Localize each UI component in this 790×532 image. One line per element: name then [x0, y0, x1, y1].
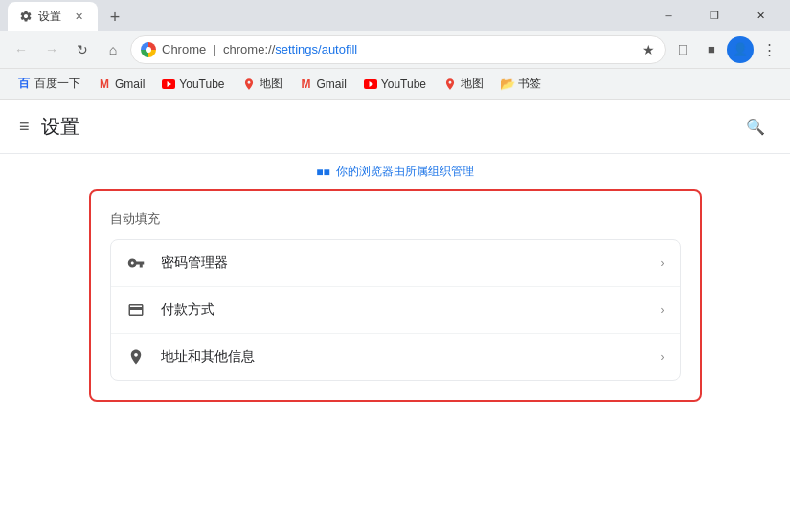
gmail-icon-2: M — [300, 78, 313, 91]
address-path: settings/autofill — [275, 42, 357, 56]
password-manager-arrow: › — [661, 256, 665, 270]
cast-button[interactable]: ⎕ — [669, 36, 696, 63]
address-scheme: Chrome | chrome:// — [162, 42, 275, 56]
payment-arrow: › — [661, 303, 665, 317]
extensions-button[interactable]: ■ — [698, 36, 725, 63]
home-button[interactable]: ⌂ — [100, 36, 126, 63]
settings-body: ■■ 你的浏览器由所属组织管理 自动填充 密码管理器 › — [0, 154, 790, 411]
back-button[interactable]: ← — [8, 36, 34, 63]
refresh-button[interactable]: ↻ — [69, 36, 96, 63]
youtube-icon-2 — [364, 78, 377, 91]
address-item[interactable]: 地址和其他信息 › — [111, 334, 680, 380]
settings-list: 密码管理器 › 付款方式 › — [110, 239, 681, 381]
pin-icon — [126, 347, 146, 366]
settings-favicon-icon — [19, 10, 33, 23]
baidu-icon: 百 — [17, 78, 31, 91]
maps-icon-1 — [242, 78, 256, 91]
chrome-icon — [141, 42, 156, 57]
window-controls — [646, 0, 782, 31]
password-manager-label: 密码管理器 — [161, 255, 645, 272]
key-icon — [126, 254, 146, 273]
bookmark-star-icon[interactable]: ★ — [643, 42, 655, 57]
tab-close-btn[interactable]: ✕ — [71, 9, 86, 24]
back-icon: ← — [14, 42, 28, 57]
ext-notice-icon: ■■ — [316, 166, 330, 179]
new-tab-button[interactable]: + — [102, 4, 128, 31]
content-area: ≡ 设置 🔍 ■■ 你的浏览器由所属组织管理 自动填充 — [0, 100, 790, 532]
section-title: 自动填充 — [110, 211, 681, 228]
bookmark-maps-2-label: 地图 — [461, 76, 484, 92]
search-icon: 🔍 — [746, 118, 765, 136]
maps-icon-2 — [443, 78, 457, 91]
bookmark-bookmarks[interactable]: 📂 书签 — [493, 73, 549, 95]
dots-icon: ⋮ — [762, 41, 776, 58]
menu-button[interactable]: ⋮ — [756, 36, 782, 63]
autofill-card: 自动填充 密码管理器 › — [89, 189, 702, 402]
minimize-icon — [665, 9, 671, 22]
ext-notice-text: 你的浏览器由所属组织管理 — [336, 164, 474, 180]
restore-icon — [710, 9, 719, 22]
payment-item[interactable]: 付款方式 › — [111, 287, 680, 334]
bookmark-youtube-2[interactable]: YouTube — [356, 75, 434, 94]
tab-title: 设置 — [38, 9, 61, 25]
youtube-icon-1 — [162, 78, 175, 91]
active-tab[interactable]: 设置 ✕ — [8, 2, 98, 31]
forward-button[interactable]: → — [38, 36, 65, 63]
tab-strip-area: 设置 ✕ + — [8, 0, 128, 31]
password-manager-item[interactable]: 密码管理器 › — [111, 240, 680, 287]
profile-icon: 👤 — [733, 42, 748, 56]
puzzle-icon: ■ — [708, 42, 715, 56]
bookmark-youtube-1-label: YouTube — [179, 78, 224, 91]
payment-label: 付款方式 — [161, 301, 645, 319]
bookmark-youtube-2-label: YouTube — [381, 78, 426, 91]
title-bar: 设置 ✕ + — [0, 0, 790, 31]
forward-icon: → — [45, 42, 58, 57]
nav-right-buttons: ⎕ ■ 👤 ⋮ — [669, 36, 782, 63]
settings-title-group: ≡ 设置 — [19, 114, 79, 140]
address-arrow: › — [661, 350, 665, 364]
bookmark-baidu-label: 百度一下 — [34, 76, 80, 92]
bookmark-gmail-1[interactable]: M Gmail — [90, 75, 152, 94]
address-bar[interactable]: Chrome | chrome://settings/autofill ★ — [130, 35, 666, 64]
restore-button[interactable] — [692, 0, 736, 31]
minimize-button[interactable] — [646, 0, 690, 31]
close-icon — [756, 9, 765, 22]
bookmark-gmail-2-label: Gmail — [317, 78, 347, 91]
settings-search-button[interactable]: 🔍 — [740, 111, 771, 142]
settings-menu-icon[interactable]: ≡ — [19, 117, 30, 137]
gmail-icon-1: M — [98, 78, 111, 91]
close-button[interactable] — [738, 0, 782, 31]
cast-icon: ⎕ — [679, 42, 687, 56]
bookmark-maps-1-label: 地图 — [260, 76, 282, 92]
bookmarks-folder-icon: 📂 — [501, 78, 514, 91]
ext-notice[interactable]: ■■ 你的浏览器由所属组织管理 — [316, 164, 474, 180]
bookmark-baidu[interactable]: 百 百度一下 — [10, 73, 88, 95]
home-icon: ⌂ — [109, 42, 117, 57]
bookmarks-bar: 百 百度一下 M Gmail YouTube 地图 M Gmail YouTub… — [0, 69, 790, 100]
bookmark-bookmarks-label: 书签 — [518, 76, 541, 92]
settings-page-title: 设置 — [41, 114, 79, 140]
refresh-icon: ↻ — [77, 42, 88, 57]
address-text: Chrome | chrome://settings/autofill — [162, 42, 637, 56]
bookmark-gmail-2[interactable]: M Gmail — [292, 75, 354, 94]
card-icon — [126, 300, 146, 320]
settings-header: ≡ 设置 🔍 — [0, 100, 790, 154]
bookmark-youtube-1[interactable]: YouTube — [154, 75, 232, 94]
bookmark-gmail-1-label: Gmail — [115, 78, 145, 91]
bookmark-maps-2[interactable]: 地图 — [436, 73, 491, 95]
tab-strip: 设置 ✕ + — [8, 0, 128, 31]
address-label: 地址和其他信息 — [161, 348, 645, 366]
bookmark-maps-1[interactable]: 地图 — [235, 73, 290, 95]
profile-button[interactable]: 👤 — [727, 36, 754, 63]
navigation-bar: ← → ↻ ⌂ Chrome | chrome://settings/autof… — [0, 31, 790, 69]
